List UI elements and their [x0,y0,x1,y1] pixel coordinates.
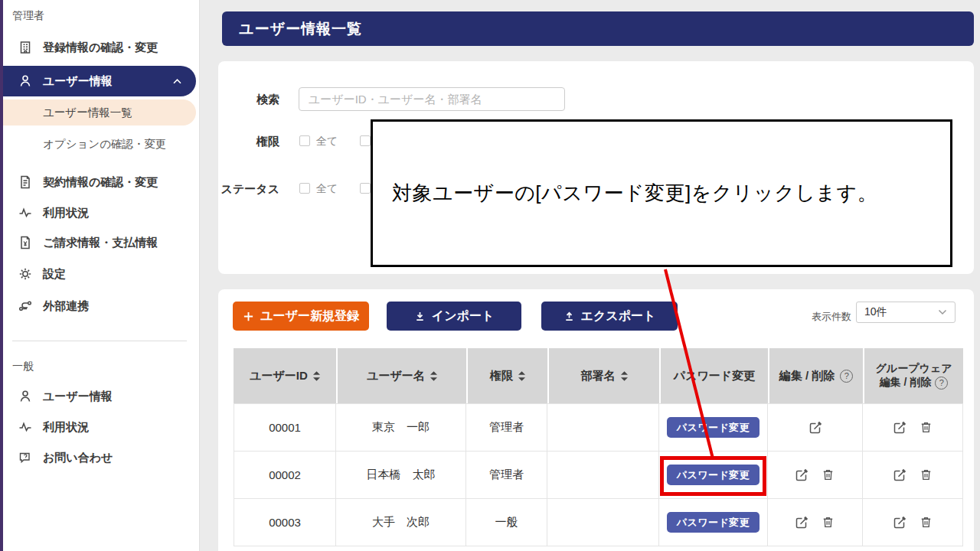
header-groupware-edit-delete: グループウェア 編集 / 削除 [863,348,963,403]
permission-label: 権限 [218,135,279,149]
cell-groupware-edit-delete [863,452,963,498]
cell-password-change: パスワード変更 [659,404,768,451]
password-change-button[interactable]: パスワード変更 [667,417,760,438]
header-user-id[interactable]: ユーザーID [234,348,336,403]
cell-department [547,499,659,546]
building-icon [17,39,34,56]
new-user-button-label: ユーザー新規登録 [260,308,359,324]
sidebar-subitem-options[interactable]: オプションの確認・変更 [0,131,196,157]
trash-icon[interactable] [919,515,934,530]
sort-icon [313,371,320,381]
trash-icon[interactable] [821,468,836,483]
cell-edit-delete [768,404,863,451]
page: 管理者 登録情報の確認・変更 ユーザー情報 ユーザー情報一覧 オプションの確認・… [0,0,980,551]
status-all-checkbox[interactable] [299,183,310,194]
edit-icon[interactable] [808,420,823,435]
cell-permission: 管理者 [466,452,547,498]
header-label: 部署名 [581,369,616,383]
header-department[interactable]: 部署名 [547,348,659,403]
header-label: パスワード変更 [674,369,755,383]
search-label: 検索 [218,93,279,107]
sidebar-item-label: ユーザー情報 [43,74,113,89]
header-label: グループウェア [876,362,952,376]
new-user-button[interactable]: ユーザー新規登録 [233,302,369,331]
chevron-up-icon [172,78,182,85]
person-icon [17,388,34,405]
password-change-button-target[interactable]: パスワード変更 [667,465,760,485]
import-button-label: インポート [432,308,495,324]
edit-icon[interactable] [794,515,809,530]
status-other-checkbox[interactable] [360,183,371,194]
sidebar-item-label: 利用状況 [43,420,89,435]
sidebar-item-contract[interactable]: 契約情報の確認・変更 [0,167,199,197]
integration-icon [17,298,34,315]
sidebar-item-external[interactable]: 外部連携 [0,291,199,321]
sidebar-item-user-info[interactable]: ユーザー情報 [0,66,196,96]
sort-icon [518,371,525,381]
activity-icon [17,419,34,435]
sidebar-item-general-usage[interactable]: 利用状況 [0,412,199,442]
user-table-panel: ユーザー新規登録 インポート エクスポート 表示件数 10件 ユーザ [218,289,974,551]
sort-icon [430,371,437,381]
gear-icon [17,266,34,282]
export-button-label: エクスポート [581,308,656,324]
sidebar-item-billing[interactable]: ご請求情報・支払情報 [0,227,199,258]
sidebar-item-label: 契約情報の確認・変更 [43,175,158,190]
cell-department [547,404,659,451]
sidebar-item-label: ご請求情報・支払情報 [43,236,158,250]
help-icon[interactable] [840,370,853,383]
export-icon [564,311,575,322]
trash-icon[interactable] [919,420,934,435]
permission-all-checkbox[interactable] [299,135,310,146]
table-row: 00002 日本橋 太郎 管理者 パスワード変更 [234,452,963,499]
page-title-bar: ユーザー情報一覧 [222,11,974,46]
cell-department [547,452,659,498]
sidebar-item-label: 外部連携 [43,299,89,314]
import-icon [414,311,426,322]
sidebar-item-usage[interactable]: 利用状況 [0,197,199,228]
help-icon[interactable] [935,377,948,390]
trash-icon[interactable] [821,515,836,530]
header-label: ユーザー名 [367,369,425,383]
cell-user-name: 大手 次郎 [336,499,466,546]
display-count-label: 表示件数 [812,310,851,324]
table-row: 00001 東京 一郎 管理者 パスワード変更 [234,404,963,452]
sidebar-item-label: お問い合わせ [43,451,113,465]
sidebar-item-registration[interactable]: 登録情報の確認・変更 [0,32,199,63]
header-label: 編集 / 削除 [880,376,932,390]
header-permission[interactable]: 権限 [466,348,547,403]
sidebar-item-settings[interactable]: 設定 [0,259,199,289]
display-count-value: 10件 [864,305,887,319]
search-input[interactable] [299,87,565,111]
trash-icon[interactable] [919,468,934,483]
sidebar-section-general-header: 一般 [12,360,34,373]
edit-icon[interactable] [892,468,907,483]
edit-icon[interactable] [794,468,809,483]
sidebar-subitem-label: オプションの確認・変更 [43,137,167,152]
sidebar-section-admin-header: 管理者 [12,9,44,23]
annotation-text: 対象ユーザーの[パスワード変更]をクリックします。 [392,180,877,207]
password-change-button[interactable]: パスワード変更 [667,512,760,533]
person-icon [17,73,34,90]
table-body: 00001 東京 一郎 管理者 パスワード変更 [234,403,963,546]
edit-icon[interactable] [892,420,907,435]
export-button[interactable]: エクスポート [541,302,678,331]
header-user-name[interactable]: ユーザー名 [336,348,466,403]
table-header-row: ユーザーID ユーザー名 権限 部署名 パスワード変更 [234,348,963,403]
table-row: 00003 大手 次郎 一般 パスワード変更 [234,499,963,546]
status-all-label: 全て [316,182,338,196]
header-label: ユーザーID [250,369,308,383]
display-count-select[interactable]: 10件 [856,302,956,323]
header-label: 権限 [490,369,513,383]
sidebar-divider [12,341,187,341]
cell-edit-delete [768,452,863,498]
cell-password-change: パスワード変更 [659,499,768,546]
permission-other-checkbox[interactable] [360,135,371,146]
edit-icon[interactable] [892,515,907,530]
activity-icon [17,204,34,221]
sidebar-item-general-user-info[interactable]: ユーザー情報 [0,381,199,412]
sort-icon [621,371,628,381]
sidebar-item-contact[interactable]: お問い合わせ [0,442,199,473]
sidebar-subitem-user-list[interactable]: ユーザー情報一覧 [0,99,196,126]
import-button[interactable]: インポート [387,302,521,331]
